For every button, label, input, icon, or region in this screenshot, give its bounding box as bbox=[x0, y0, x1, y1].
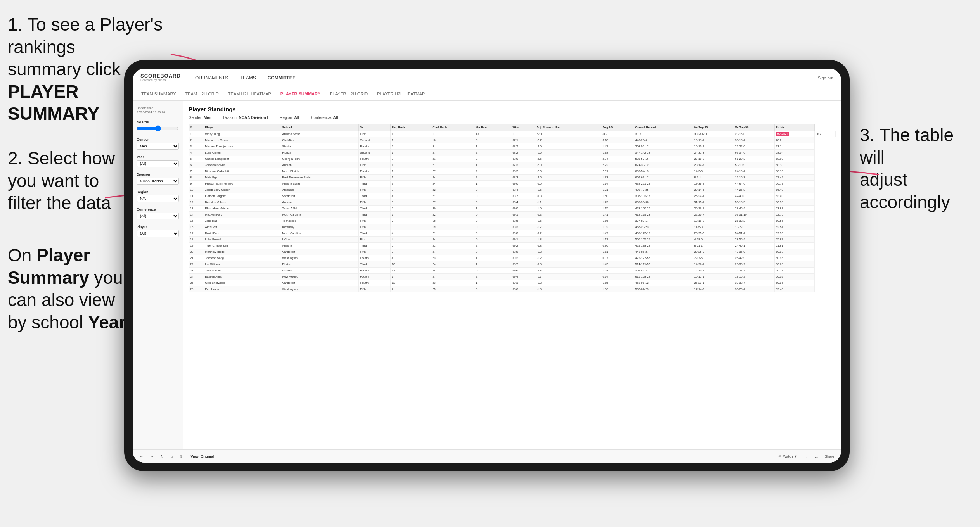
annotation-bottom-left: On Player Summary you can also view by s… bbox=[8, 244, 132, 333]
col-no-rds: No. Rds. bbox=[474, 124, 511, 131]
table-row[interactable]: 12Brendan ValdesAuburnFifth527068.4-1.11… bbox=[189, 199, 836, 206]
annotation-step3-line2: adjust accordingly bbox=[860, 169, 950, 212]
filter-division: Division: NCAA Division I bbox=[223, 116, 268, 120]
annotation-summary-bold: Summary bbox=[8, 268, 89, 288]
tablet-device: SCOREBOARD Powered by clippa TOURNAMENTS… bbox=[124, 60, 850, 471]
nav-links: TOURNAMENTS TEAMS COMMITTEE bbox=[192, 74, 818, 82]
toolbar-grid[interactable]: ☷ bbox=[813, 454, 819, 459]
no-rds-slider[interactable] bbox=[137, 125, 179, 132]
table-row[interactable]: 19Tiger ChristensenArizonaThird523269.2-… bbox=[189, 243, 836, 249]
table-row[interactable]: 20Matthew RiedelVanderbiltFifth927068.8-… bbox=[189, 249, 836, 255]
gender-select[interactable]: Men bbox=[137, 143, 179, 150]
col-player: Player bbox=[204, 124, 281, 131]
annotation-step1-bold: PLAYER SUMMARY bbox=[8, 81, 99, 124]
player-standings-table: # Player School Yr Reg Rank Conf Rank No… bbox=[189, 124, 836, 292]
sidebar-gender: Gender Men bbox=[137, 138, 179, 150]
logo: SCOREBOARD Powered by clippa bbox=[140, 73, 181, 82]
year-select[interactable]: (All) bbox=[137, 160, 179, 167]
table-row[interactable]: 17David FordNorth CarolinaThird421069.0-… bbox=[189, 230, 836, 237]
nav-right: Sign out bbox=[818, 76, 833, 80]
table-row[interactable]: 24Bastien AmatNew MexicoFourth127269.4-1… bbox=[189, 274, 836, 280]
division-select[interactable]: NCAA Division I bbox=[137, 178, 179, 185]
annotation-mid-left: 2. Select how you want to filter the dat… bbox=[8, 147, 116, 214]
update-time-label: Update time: 27/03/2024 16:56:26 bbox=[137, 106, 165, 114]
sidebar-no-rds: No Rds. bbox=[137, 120, 179, 132]
region-select[interactable]: N/A bbox=[137, 195, 179, 202]
table-row[interactable]: 5Christo LamprechtGeorgia TechFourth2212… bbox=[189, 156, 836, 162]
col-adj-score: Adj. Score to Par bbox=[535, 124, 601, 131]
subnav-team-h2h-grid[interactable]: TEAM H2H GRID bbox=[185, 90, 220, 98]
annotation-you-text: you bbox=[89, 268, 123, 288]
col-points: Points bbox=[774, 124, 814, 131]
table-row[interactable]: 8Mats EgeEast Tennessee StateFifth124268… bbox=[189, 175, 836, 181]
player-select[interactable]: (All) bbox=[137, 230, 179, 237]
chevron-down-icon: ▼ bbox=[794, 454, 798, 458]
nav-sign-out[interactable]: Sign out bbox=[818, 76, 833, 80]
col-yr: Yr bbox=[359, 124, 391, 131]
nav-tournaments[interactable]: TOURNAMENTS bbox=[192, 74, 228, 82]
annotation-player-bold1: Player bbox=[36, 245, 90, 265]
table-row[interactable]: 10Jacob Skov OlesenArkansasFifth322068.4… bbox=[189, 187, 836, 193]
nav-committee[interactable]: COMMITTEE bbox=[268, 74, 296, 82]
table-row[interactable]: 4Luke ClatonFloridaSecond127268.2-1.61.9… bbox=[189, 150, 836, 156]
annotation-step2-line3: filter the data bbox=[8, 193, 111, 213]
table-row[interactable]: 3Michael ThorbjornsenStanfordFourth28168… bbox=[189, 143, 836, 150]
toolbar-share-icon[interactable]: ⇪ bbox=[178, 454, 184, 459]
table-row[interactable]: 16Alex GoffKentuckyFifth819068.3-1.71.92… bbox=[189, 224, 836, 230]
col-conf-rank: Conf Rank bbox=[431, 124, 474, 131]
annotation-step2-line1: 2. Select how bbox=[8, 148, 115, 168]
table-row[interactable]: 9Preston SummerhaysArizona StateThird324… bbox=[189, 181, 836, 187]
logo-subtitle: Powered by clippa bbox=[140, 78, 181, 82]
table-area: Player Standings Gender: Men Division: N… bbox=[183, 101, 841, 449]
sub-nav: TEAM SUMMARY TEAM H2H GRID TEAM H2H HEAT… bbox=[133, 87, 841, 101]
table-row[interactable]: 22Ian GilliganFloridaThird1024168.7-0.81… bbox=[189, 261, 836, 268]
annotation-year-bold: Year bbox=[88, 312, 126, 332]
toolbar-forward[interactable]: → bbox=[149, 454, 155, 459]
nav-teams[interactable]: TEAMS bbox=[240, 74, 256, 82]
table-row[interactable]: 25Cole SherwoodVanderbiltFourth1223169.3… bbox=[189, 280, 836, 286]
sidebar-player: Player (All) bbox=[137, 225, 179, 237]
table-row[interactable]: 13Phichakon MaichonTexas A&MThird630169.… bbox=[189, 206, 836, 212]
col-school: School bbox=[281, 124, 359, 131]
logo-text: SCOREBOARD bbox=[140, 73, 181, 78]
col-vs-top50: Vs Top 50 bbox=[734, 124, 774, 131]
subnav-team-summary[interactable]: TEAM SUMMARY bbox=[140, 90, 177, 98]
subnav-player-summary[interactable]: PLAYER SUMMARY bbox=[280, 90, 321, 98]
sidebar-update-time: Update time: 27/03/2024 16:56:26 bbox=[137, 106, 179, 115]
toolbar-watch[interactable]: 👁 Watch ▼ bbox=[778, 454, 797, 458]
toolbar-back[interactable]: ← bbox=[138, 454, 145, 459]
toolbar-reload[interactable]: ↻ bbox=[159, 454, 165, 459]
filter-gender: Gender: Men bbox=[189, 116, 211, 120]
sidebar-division: Division NCAA Division I bbox=[137, 173, 179, 185]
table-title: Player Standings bbox=[189, 106, 836, 112]
annotation-step3-line1: 3. The table will bbox=[860, 125, 954, 168]
table-row[interactable]: 15Jake HallTennesseeFifth718068.5-1.51.6… bbox=[189, 218, 836, 224]
table-row[interactable]: 26Petr HrubyWashingtonFifth725068.6-1.81… bbox=[189, 286, 836, 292]
annotation-on-text: On bbox=[8, 245, 36, 265]
toolbar-share-text[interactable]: Share bbox=[823, 454, 836, 459]
table-row[interactable]: 14Maxwell FordNorth CarolinaThird722069.… bbox=[189, 212, 836, 218]
annotation-byschool-text: by school bbox=[8, 312, 88, 332]
table-header-row: # Player School Yr Reg Rank Conf Rank No… bbox=[189, 124, 836, 131]
sidebar-region: Region N/A bbox=[137, 190, 179, 202]
subnav-player-h2h-heatmap[interactable]: PLAYER H2H HEATMAP bbox=[376, 90, 426, 98]
table-row[interactable]: 6Jackson KoivunAuburnFirst127167.3-2.02.… bbox=[189, 162, 836, 168]
table-row[interactable]: 2Michael Le SassoOle MissSecond118067.1-… bbox=[189, 137, 836, 143]
toolbar-home[interactable]: ⌂ bbox=[169, 454, 174, 459]
table-row[interactable]: 18Luke PowellUCLAFirst424069.1-1.81.1250… bbox=[189, 237, 836, 243]
no-rds-input[interactable] bbox=[137, 125, 179, 131]
annotation-step1-text2: summary click bbox=[8, 59, 121, 79]
table-row[interactable]: 7Nicholas GabrelcikNorth FloridaFourth12… bbox=[189, 168, 836, 175]
table-row[interactable]: 1Wenyi DingArizona StateFirst1115167.1-3… bbox=[189, 131, 836, 137]
conference-select[interactable]: (All) bbox=[137, 213, 179, 219]
table-row[interactable]: 21Taehoon SongWashingtonFourth423169.2-1… bbox=[189, 255, 836, 261]
subnav-player-h2h-grid[interactable]: PLAYER H2H GRID bbox=[329, 90, 369, 98]
tablet-screen: SCOREBOARD Powered by clippa TOURNAMENTS… bbox=[133, 69, 841, 463]
toolbar-view: View: Original bbox=[190, 454, 214, 458]
col-avg-sg: Avg SG bbox=[601, 124, 634, 131]
main-content: Update time: 27/03/2024 16:56:26 No Rds.… bbox=[133, 101, 841, 449]
table-row[interactable]: 23Jack LundinMissouriFourth1124069.6-2.8… bbox=[189, 268, 836, 274]
table-row[interactable]: 11Gordon SargentVanderbiltThird421068.7-… bbox=[189, 193, 836, 199]
subnav-team-h2h-heatmap[interactable]: TEAM H2H HEATMAP bbox=[227, 90, 272, 98]
toolbar-download[interactable]: ↓ bbox=[804, 454, 809, 459]
